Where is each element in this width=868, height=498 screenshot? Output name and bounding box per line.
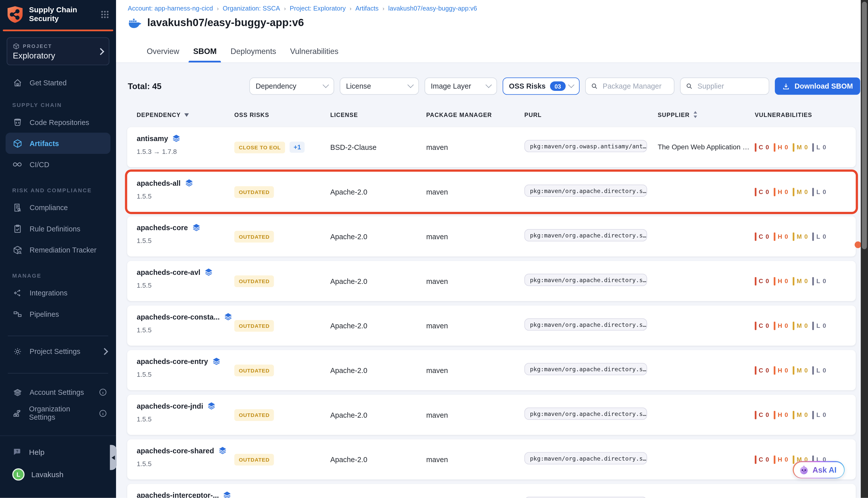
- sidebar-item-integrations[interactable]: Integrations: [0, 282, 116, 303]
- vulnerabilities-cell: C0H0M0L0: [755, 411, 856, 419]
- column-header-dependency[interactable]: DEPENDENCY: [137, 111, 234, 118]
- oss-risk-badge: OUTDATED: [234, 320, 274, 331]
- sidebar-item-account-settings[interactable]: Account Settings: [0, 381, 116, 402]
- license-filter-label: License: [346, 82, 371, 90]
- table-row[interactable]: apacheds-core-entry 1.5.5 OUTDATED Apach…: [127, 350, 856, 390]
- download-sbom-button[interactable]: Download SBOM: [775, 78, 860, 95]
- module-grid-icon[interactable]: [101, 10, 109, 19]
- project-cube-icon: [13, 43, 20, 50]
- vuln-count-high: H0: [774, 232, 788, 240]
- sidebar-item-project-settings[interactable]: Project Settings: [0, 341, 116, 362]
- breadcrumb-account[interactable]: Account: app-harness-ng-cicd: [128, 5, 213, 12]
- oss-risk-badge: OUTDATED: [234, 186, 274, 198]
- sort-desc-icon: [184, 113, 189, 117]
- tab-overview[interactable]: Overview: [146, 47, 181, 63]
- package-manager-input[interactable]: [601, 81, 669, 91]
- breadcrumb-artifacts[interactable]: Artifacts: [355, 5, 378, 12]
- help-button[interactable]: ? Help: [0, 447, 116, 457]
- layers-icon: [223, 312, 233, 321]
- license-cell: Apache-2.0: [330, 277, 426, 285]
- purl-pill[interactable]: pkg:maven/org.apache.directory.s…: [524, 229, 647, 241]
- purl-pill[interactable]: pkg:maven/org.apache.directory.s…: [524, 274, 647, 286]
- download-icon: [782, 82, 790, 90]
- column-header-supplier[interactable]: SUPPLIER: [658, 111, 755, 118]
- project-selector[interactable]: PROJECT Exploratory: [7, 37, 109, 65]
- dependency-filter[interactable]: Dependency: [249, 78, 334, 95]
- info-icon[interactable]: [99, 409, 107, 417]
- sidebar-item-compliance[interactable]: Compliance: [0, 197, 116, 218]
- breadcrumb-organization[interactable]: Organization: SSCA: [222, 5, 280, 12]
- oss-risk-badge[interactable]: +1: [290, 142, 305, 153]
- sidebar-item-code-repositories[interactable]: Code Repositories: [0, 112, 116, 132]
- table-row[interactable]: apacheds-core 1.5.5 OUTDATED Apache-2.0 …: [127, 217, 856, 257]
- sidebar-collapse-handle[interactable]: [110, 445, 117, 470]
- user-menu[interactable]: L Lavakush: [0, 468, 116, 481]
- page-scrollbar[interactable]: [861, 0, 868, 498]
- vuln-count-critical: C0: [755, 232, 769, 240]
- sidebar-item-get-started[interactable]: Get Started: [0, 72, 116, 93]
- tab-deployments[interactable]: Deployments: [230, 47, 277, 63]
- info-icon[interactable]: [99, 388, 107, 396]
- supply-chain-security-logo-icon: [5, 5, 25, 24]
- sidebar-item-organization-settings[interactable]: Organization Settings: [0, 403, 116, 424]
- supplier-input[interactable]: [697, 81, 764, 91]
- dependency-name: apacheds-interceptor-...: [137, 491, 219, 498]
- purl-pill[interactable]: pkg:maven/org.apache.directory.s…: [524, 363, 647, 375]
- dependency-name: apacheds-core-avl: [137, 268, 200, 276]
- image-layer-filter[interactable]: Image Layer: [425, 78, 497, 95]
- dependency-name: apacheds-core-shared: [137, 446, 214, 455]
- table-row[interactable]: apacheds-interceptor-... 1.5.5 OUTDATED …: [127, 484, 856, 498]
- home-icon: [12, 78, 22, 87]
- help-chat-icon: ?: [12, 447, 22, 457]
- integrations-icon: [12, 288, 22, 298]
- total-count: Total: 45: [128, 81, 162, 91]
- table-row[interactable]: apacheds-core-shared 1.5.5 OUTDATED Apac…: [127, 439, 856, 480]
- sidebar-item-cicd[interactable]: CI/CD: [0, 154, 116, 175]
- oss-risks-filter[interactable]: OSS Risks 03: [503, 78, 580, 95]
- purl-pill[interactable]: pkg:maven/org.owasp.antisamy/ant…: [524, 140, 647, 152]
- ask-ai-button[interactable]: Ask AI: [793, 461, 845, 479]
- dependency-version: 1.5.5: [137, 192, 234, 200]
- breadcrumb-project[interactable]: Project: Exploratory: [290, 5, 346, 12]
- purl-pill[interactable]: pkg:maven/org.apache.directory.s…: [524, 318, 647, 331]
- vuln-count-medium: M0: [793, 321, 808, 330]
- chevron-right-icon: [101, 348, 108, 355]
- table-row[interactable]: apacheds-core-avl 1.5.5 OUTDATED Apache-…: [127, 261, 856, 301]
- tab-vulnerabilities[interactable]: Vulnerabilities: [289, 47, 339, 63]
- sidebar-item-remediation-tracker[interactable]: Remediation Tracker: [0, 239, 116, 260]
- sidebar-item-artifacts[interactable]: Artifacts: [5, 133, 111, 154]
- chevron-right-icon: [97, 48, 104, 55]
- vuln-count-medium: M0: [793, 143, 808, 152]
- oss-risks-cell: OUTDATED: [234, 186, 330, 198]
- purl-pill[interactable]: pkg:maven/org.apache.directory.s…: [524, 408, 647, 420]
- user-name: Lavakush: [31, 470, 63, 479]
- layers-icon: [212, 357, 221, 366]
- oss-risks-cell: OUTDATED: [234, 231, 330, 242]
- table-row-highlighted[interactable]: apacheds-all 1.5.5 OUTDATED Apache-2.0 m…: [127, 172, 856, 212]
- vuln-count-medium: M0: [793, 187, 808, 196]
- vuln-count-high: H0: [774, 143, 788, 152]
- dependency-name: apacheds-core-entry: [137, 357, 208, 366]
- vuln-count-critical: C0: [755, 455, 769, 463]
- purl-pill[interactable]: pkg:maven/org.apache.directory.s…: [524, 452, 647, 464]
- table-row[interactable]: apacheds-core-jndi 1.5.5 OUTDATED Apache…: [127, 395, 856, 435]
- help-label: Help: [29, 448, 44, 456]
- sidebar-item-label: Code Repositories: [30, 118, 89, 126]
- license-filter[interactable]: License: [340, 78, 419, 95]
- column-header-purl: PURL: [524, 111, 658, 118]
- vuln-count-medium: M0: [793, 411, 808, 419]
- sidebar-item-rule-definitions[interactable]: Rule Definitions: [0, 218, 116, 239]
- tab-sbom[interactable]: SBOM: [192, 47, 218, 63]
- app-root: Supply Chain Security PROJECT Explorator…: [0, 0, 868, 498]
- oss-risks-cell: OUTDATED: [234, 454, 330, 466]
- oss-risks-cell: CLOSE TO EOL+1: [234, 141, 330, 153]
- sidebar-item-pipelines[interactable]: Pipelines: [0, 303, 116, 324]
- table-row[interactable]: apacheds-core-consta... 1.5.5 OUTDATED A…: [127, 305, 856, 346]
- table-row[interactable]: antisamy 1.5.3 → 1.7.8 CLOSE TO EOL+1 BS…: [127, 127, 856, 167]
- purl-pill[interactable]: pkg:maven/org.apache.directory.s…: [524, 497, 647, 498]
- divider: [8, 336, 108, 336]
- vuln-count-critical: C0: [755, 321, 769, 330]
- purl-pill[interactable]: pkg:maven/org.apache.directory.s…: [524, 184, 647, 197]
- breadcrumb-current[interactable]: lavakush07/easy-buggy-app:v6: [388, 5, 477, 12]
- scrollbar-thumb[interactable]: [862, 2, 867, 249]
